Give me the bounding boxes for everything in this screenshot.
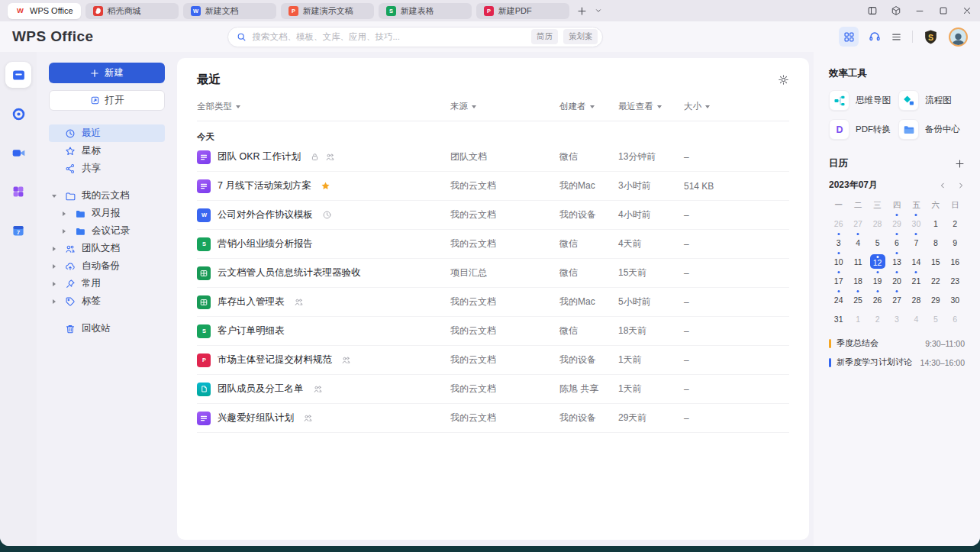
file-row[interactable]: 云文档管人员信息统计表理器验收 项目汇总 微信 15天前 –	[197, 259, 789, 288]
calendar-day[interactable]: 30	[946, 292, 965, 307]
tab-1[interactable]: 稻壳商城	[85, 3, 179, 19]
calendar-event[interactable]: 新季度学习计划讨论 14:30–16:00	[829, 357, 965, 368]
calendar-day[interactable]: 28	[907, 292, 926, 307]
filter-type[interactable]: 全部类型	[197, 101, 450, 112]
calendar-day[interactable]: 4	[907, 312, 926, 326]
file-row[interactable]: 兴趣爱好组队计划 我的云文档 我的设备 29天前 –	[197, 404, 789, 433]
maximize-button[interactable]	[938, 5, 949, 16]
global-menu-icon[interactable]	[891, 31, 902, 43]
calendar-day[interactable]: 10	[829, 254, 848, 269]
rail-meeting-camera-icon[interactable]	[5, 140, 31, 166]
calendar-add-icon[interactable]	[955, 159, 965, 169]
filter-viewed[interactable]: 最近查看	[618, 101, 684, 112]
calendar-day[interactable]: 2	[946, 216, 965, 231]
sidebar-item-my-cloud[interactable]: 我的云文档	[49, 187, 165, 205]
calendar-day[interactable]: 9	[946, 235, 965, 250]
filter-size[interactable]: 大小	[684, 101, 789, 112]
calendar-day[interactable]: 6	[887, 235, 906, 250]
calendar-day[interactable]: 2	[868, 312, 887, 326]
search-bar[interactable]: 简历 策划案	[227, 27, 603, 47]
calendar-day[interactable]: 27	[887, 292, 906, 307]
calendar-day[interactable]: 1	[848, 312, 867, 326]
calendar-day[interactable]: 25	[848, 292, 867, 307]
filter-creator[interactable]: 创建者	[559, 101, 618, 112]
sandbox-box-icon[interactable]	[891, 5, 901, 16]
tab-5[interactable]: P 新建PDF	[476, 3, 569, 19]
calendar-day[interactable]: 11	[848, 254, 867, 269]
file-row[interactable]: S 营销小组业绩分析报告 我的云文档 微信 4天前 –	[197, 230, 789, 259]
open-file-button[interactable]: 打开	[49, 90, 165, 111]
calendar-day[interactable]: 31	[829, 312, 848, 326]
search-input[interactable]	[252, 32, 526, 41]
new-document-button[interactable]: 新建	[49, 63, 165, 83]
calendar-day[interactable]: 27	[848, 216, 867, 231]
calendar-day[interactable]: 7	[907, 235, 926, 250]
calendar-day[interactable]: 15	[926, 254, 945, 269]
tool-mindmap[interactable]: 思维导图	[829, 90, 895, 111]
sidebar-item-starred[interactable]: 星标	[49, 142, 165, 160]
sidebar-item-recent[interactable]: 最近	[49, 124, 165, 142]
file-row[interactable]: W 公司对外合作协议模板 我的云文档 我的设备 4小时前 –	[197, 201, 789, 230]
search-tag-plan[interactable]: 策划案	[563, 29, 598, 44]
calendar-prev-icon[interactable]	[939, 182, 946, 189]
file-row[interactable]: P 市场主体登记提交材料规范 我的云文档 我的设备 1天前 –	[197, 346, 789, 375]
calendar-day[interactable]: 4	[848, 235, 867, 250]
calendar-day[interactable]: 30	[907, 216, 926, 231]
calendar-day[interactable]: 1	[926, 216, 945, 231]
side-panel-icon[interactable]	[867, 5, 878, 16]
search-tag-resume[interactable]: 简历	[531, 29, 558, 44]
svip-badge-icon[interactable]: S	[923, 29, 939, 45]
calendar-day[interactable]: 5	[868, 235, 887, 250]
file-row[interactable]: 团队 OKR 工作计划 团队文档 微信 13分钟前 –	[197, 143, 789, 172]
tab-2[interactable]: W 新建文档	[183, 3, 276, 19]
calendar-next-icon[interactable]	[957, 182, 965, 189]
tool-flowchart[interactable]: 流程图	[898, 90, 965, 111]
calendar-day[interactable]: 3	[887, 312, 906, 326]
calendar-day[interactable]: 6	[946, 312, 965, 326]
filter-source[interactable]: 来源	[450, 101, 559, 112]
calendar-day[interactable]: 28	[868, 216, 887, 231]
support-headset-icon[interactable]	[869, 31, 881, 43]
tool-backup-center[interactable]: 备份中心	[898, 119, 965, 140]
close-button[interactable]	[962, 5, 972, 16]
file-row[interactable]: 库存出入管理表 我的云文档 我的Mac 5小时前 –	[197, 288, 789, 317]
calendar-day[interactable]: 24	[829, 292, 848, 307]
tab-list-chevron-icon[interactable]	[595, 7, 602, 15]
sidebar-item-tags[interactable]: 标签	[49, 292, 165, 310]
calendar-day[interactable]: 8	[926, 235, 945, 250]
sidebar-item-auto-backup[interactable]: 自动备份	[49, 257, 165, 275]
calendar-day[interactable]: 18	[848, 273, 867, 288]
calendar-day[interactable]: 23	[946, 273, 965, 288]
calendar-day[interactable]: 3	[829, 235, 848, 250]
sidebar-item-team-docs[interactable]: 团队文档	[49, 240, 165, 257]
calendar-day[interactable]: 29	[926, 292, 945, 307]
calendar-day[interactable]: 5	[926, 312, 945, 326]
calendar-day[interactable]: 26	[868, 292, 887, 307]
tab-0[interactable]: W WPS Office	[8, 3, 81, 19]
tab-4[interactable]: S 新建表格	[379, 3, 472, 19]
user-avatar[interactable]	[949, 27, 968, 47]
sidebar-item-folder-meetings[interactable]: 会议记录	[49, 222, 165, 240]
tool-pdf-convert[interactable]: D PDF转换	[829, 119, 895, 140]
calendar-day[interactable]: 14	[907, 254, 926, 269]
calendar-day[interactable]: 29	[887, 216, 906, 231]
rail-documents-icon[interactable]	[5, 62, 31, 88]
calendar-event[interactable]: 季度总结会 9:30–11:00	[829, 337, 965, 349]
calendar-day[interactable]: 19	[868, 273, 887, 288]
calendar-day[interactable]: 22	[926, 273, 945, 288]
new-tab-button[interactable]	[577, 6, 587, 16]
minimize-button[interactable]	[914, 5, 925, 16]
rail-todo-clock-icon[interactable]	[5, 101, 31, 127]
rail-apps-icon[interactable]	[5, 179, 31, 205]
calendar-day[interactable]: 26	[829, 216, 848, 231]
calendar-day[interactable]: 12	[868, 254, 887, 269]
sidebar-item-frequent[interactable]: 常用	[49, 275, 165, 292]
calendar-day[interactable]: 13	[887, 254, 906, 269]
file-row[interactable]: 团队成员及分工名单 我的云文档 陈旭 共享 1天前 –	[197, 375, 789, 404]
calendar-day[interactable]: 16	[946, 254, 965, 269]
sidebar-item-folder-bimonthly[interactable]: 双月报	[49, 205, 165, 222]
calendar-day[interactable]: 21	[907, 273, 926, 288]
tab-3[interactable]: P 新建演示文稿	[281, 3, 374, 19]
calendar-day[interactable]: 17	[829, 273, 848, 288]
file-row[interactable]: 7 月线下活动策划方案 我的云文档 我的Mac 3小时前 514 KB	[197, 172, 789, 201]
